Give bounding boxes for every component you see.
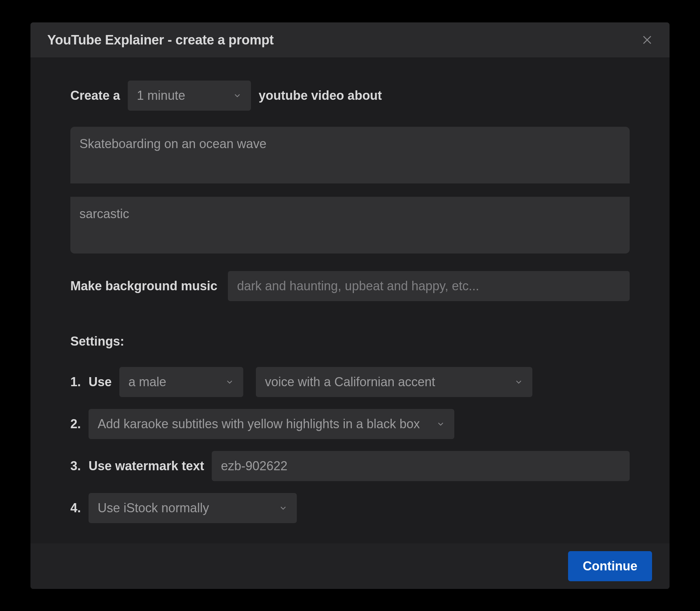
stock-source-select[interactable]: Use iStock normally [89,493,297,523]
subtitles-value: Add karaoke subtitles with yellow highli… [98,417,420,431]
modal-body: Create a 1 minute youtube video about Ma… [30,57,670,543]
chevron-down-icon [436,419,445,429]
setting-row-subtitles: 2. Add karaoke subtitles with yellow hig… [70,409,630,439]
modal-title: YouTube Explainer - create a prompt [47,33,274,48]
duration-select-value: 1 minute [137,88,185,103]
watermark-input[interactable] [212,451,630,481]
chevron-down-icon [225,377,234,387]
subtitles-select[interactable]: Add karaoke subtitles with yellow highli… [89,409,454,439]
duration-sentence-row: Create a 1 minute youtube video about [70,81,630,111]
music-row: Make background music [70,271,630,301]
voice-accent-value: voice with a Californian accent [265,375,435,389]
create-a-label: Create a [70,88,120,103]
continue-button[interactable]: Continue [568,551,652,581]
setting-number-2: 2. [70,417,81,431]
duration-select[interactable]: 1 minute [128,81,251,111]
stock-source-value: Use iStock normally [98,501,209,515]
chevron-down-icon [279,504,288,513]
music-input[interactable] [228,271,630,301]
close-icon[interactable] [641,34,653,46]
tone-input[interactable] [70,197,630,254]
watermark-label: Use watermark text [89,459,204,473]
setting-number-1: 1. [70,375,81,389]
modal-header: YouTube Explainer - create a prompt [30,22,670,57]
modal-dialog: YouTube Explainer - create a prompt Crea… [30,22,670,589]
music-label: Make background music [70,279,217,293]
topic-input[interactable] [70,127,630,183]
chevron-down-icon [514,377,523,387]
setting-row-watermark: 3. Use watermark text [70,451,630,481]
modal-footer: Continue [30,543,670,589]
voice-gender-select[interactable]: a male [119,367,243,397]
settings-heading: Settings: [70,334,630,349]
use-label: Use [89,375,112,389]
setting-number-4: 4. [70,501,81,515]
setting-row-stock: 4. Use iStock normally [70,493,630,523]
chevron-down-icon [233,91,242,100]
voice-gender-value: a male [128,375,166,389]
youtube-video-about-label: youtube video about [259,88,382,103]
setting-number-3: 3. [70,459,81,473]
voice-accent-select[interactable]: voice with a Californian accent [256,367,532,397]
setting-row-voice: 1. Use a male voice with a Californian a… [70,367,630,397]
